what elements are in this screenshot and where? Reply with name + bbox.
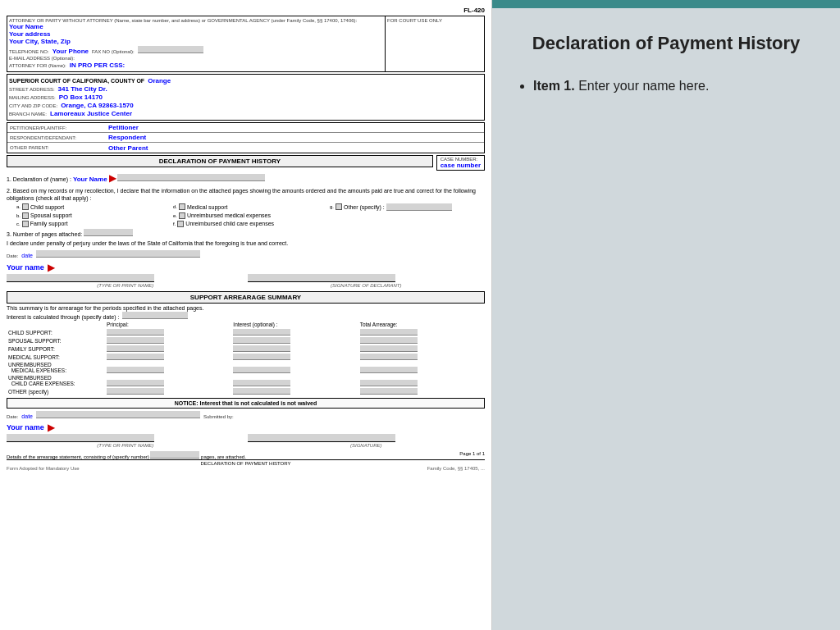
item3-row: 3. Number of pages attached: [7, 229, 485, 238]
unreimbursed-childcare-label: UNREIMBURSED CHILD CARE EXPENSES: [7, 374, 105, 387]
other-specify-input[interactable] [386, 203, 452, 211]
checkbox-g-box[interactable] [336, 203, 342, 210]
checkbox-b: b. Spousal support [16, 212, 171, 219]
footer-right: Family Code, §§ 17405, ... [427, 466, 485, 471]
mailing-row: MAILING ADDRESS: PO Box 14170 [9, 94, 482, 101]
county-value: Orange [148, 77, 171, 84]
pages-attached-input[interactable] [84, 229, 133, 236]
for-court-label: FOR COURT USE ONLY [387, 18, 482, 23]
attorney-label: ATTORNEY OR PARTY WITHOUT ATTORNEY (Name… [9, 18, 383, 23]
item1-row: 1. Declaration of (name) : Your Name ▶ [7, 172, 485, 185]
name-block-1: Your name ▶ (TYPE OR PRINT NAME) [7, 262, 244, 288]
table-row: MEDICAL SUPPORT: [7, 353, 485, 361]
city-zip-row: CITY AND ZIP CODE: Orange, CA 92863-1570 [9, 102, 482, 109]
name-field-line-1[interactable] [7, 274, 154, 282]
checkbox-f-label: Unreimbursed child care expenses [185, 221, 274, 226]
petitioner-label: PETITIONER/PLAINTIFF: [10, 126, 108, 130]
child-support-label: CHILD SUPPORT: [7, 328, 105, 336]
your-name-print: Your name [7, 263, 44, 272]
interest-through-row: Interest is calculated through (specify … [7, 312, 485, 320]
interest-date-input[interactable] [122, 312, 188, 319]
branch-label: BRANCH NAME: [9, 112, 47, 116]
unreimb-med-principal[interactable] [107, 367, 164, 373]
other-interest[interactable] [233, 388, 290, 395]
date-input-2[interactable] [36, 411, 200, 418]
family-total[interactable] [360, 345, 418, 352]
unreimb-cc-total[interactable] [360, 380, 418, 386]
checkbox-e-box[interactable] [179, 212, 185, 219]
family-support-label: FAMILY SUPPORT: [7, 345, 105, 353]
name-block-2: Your name ▶ (TYPE OR PRINT NAME) [7, 422, 244, 448]
instructions-list: Item 1. Enter your name here. [517, 79, 815, 102]
city-zip-label: CITY AND ZIP CODE: [9, 103, 57, 108]
child-principal[interactable] [107, 329, 164, 336]
specify-number-input[interactable] [150, 451, 199, 459]
sig-line-2[interactable] [248, 434, 395, 442]
checkbox-a-label: Child support [30, 204, 64, 210]
checkbox-c: c. Family support [16, 221, 171, 227]
date-input-1[interactable] [36, 250, 200, 258]
street-label: STREET ADDRESS: [9, 87, 55, 92]
summary-table: Principal: Interest (optional) : Total A… [7, 321, 485, 395]
medical-total[interactable] [360, 354, 418, 360]
spousal-interest[interactable] [233, 337, 290, 344]
your-city-header: Your City, State, Zip [9, 38, 383, 45]
telephone-label: TELEPHONE NO: [9, 49, 49, 54]
footer-details: Details of the arrearage statement, cons… [7, 451, 246, 459]
unreimb-cc-interest[interactable] [233, 380, 290, 386]
item1-input[interactable] [117, 174, 265, 181]
unreimb-med-total[interactable] [360, 367, 418, 373]
spousal-principal[interactable] [107, 337, 164, 344]
table-row: UNREIMBURSED MEDICAL EXPENSES: [7, 361, 485, 374]
signature-section-2: Your name ▶ (TYPE OR PRINT NAME) (SIGNAT… [7, 422, 485, 448]
name-print-row-2: Your name ▶ [7, 422, 244, 433]
form-bottom-title: DECLARATION OF PAYMENT HISTORY [7, 459, 485, 466]
medical-interest[interactable] [233, 354, 290, 360]
unreimb-med-interest[interactable] [233, 367, 290, 373]
sig-label-2: (SIGNATURE) [248, 443, 486, 448]
submitted-by-label: Submitted by: [203, 414, 234, 419]
fax-input[interactable] [138, 46, 203, 53]
attorney-for-label: ATTORNEY FOR (Name): [9, 63, 66, 68]
page-number: Page 1 of 1 [459, 451, 485, 459]
checkbox-d: d. Medical support [173, 203, 328, 211]
family-principal[interactable] [107, 345, 164, 352]
child-total[interactable] [360, 329, 418, 336]
checkbox-c-box[interactable] [22, 221, 29, 227]
table-row: FAMILY SUPPORT: [7, 345, 485, 353]
interest-through-label: Interest is calculated through (specify … [7, 314, 119, 320]
item1-instruction-text: Enter your name here. [578, 79, 709, 93]
court-section: SUPERIOR COURT OF CALIFORNIA, COUNTY OF … [7, 74, 485, 121]
checkbox-a: a. Child support [16, 203, 171, 211]
item1-label: 1. Declaration of (name) : [7, 176, 71, 182]
total-header: Total Arrearage: [360, 322, 398, 327]
date-row-1: Date: date [7, 250, 485, 258]
sig-line-1[interactable] [248, 274, 395, 282]
name-field-line-2[interactable] [7, 434, 154, 442]
other-specify-label: OTHER (specify) [7, 387, 105, 395]
checkbox-d-box[interactable] [179, 203, 185, 210]
item2-row: 2. Based on my records or my recollectio… [7, 187, 485, 202]
other-parent-row: OTHER PARENT: Other Parent [7, 143, 484, 153]
medical-principal[interactable] [107, 354, 164, 360]
checkbox-g-label: Other (specify) : [344, 204, 385, 210]
in-pro-per: IN PRO PER CSS: [70, 62, 126, 69]
spousal-total[interactable] [360, 337, 418, 344]
mailing-label: MAILING ADDRESS: [9, 95, 56, 100]
checkbox-c-label: Family support [30, 221, 68, 226]
checkbox-a-box[interactable] [22, 203, 29, 210]
other-principal[interactable] [107, 388, 164, 395]
checkbox-b-box[interactable] [22, 212, 29, 219]
item1-value: Your Name [73, 176, 107, 183]
item1-bold: Item 1. [533, 79, 575, 93]
attorney-for-row: ATTORNEY FOR (Name): IN PRO PER CSS: [9, 62, 383, 69]
checkbox-f-box[interactable] [177, 221, 184, 227]
case-number-value: case number [441, 162, 481, 169]
family-interest[interactable] [233, 345, 290, 352]
phone-value: Your Phone [52, 48, 89, 55]
other-total[interactable] [360, 388, 418, 395]
unreimb-cc-principal[interactable] [107, 380, 164, 386]
child-interest[interactable] [233, 329, 290, 336]
unreimbursed-medical-label: UNREIMBURSED MEDICAL EXPENSES: [7, 361, 105, 374]
signature-arrow-1: ▶ [48, 262, 55, 273]
